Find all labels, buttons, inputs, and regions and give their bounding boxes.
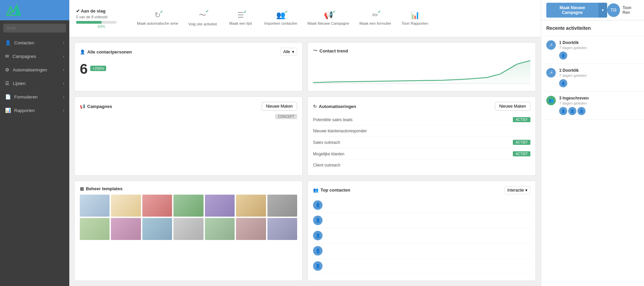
activity-item: ↗ 1 Doorklik 7 dagen geleden 👤 — [541, 64, 644, 92]
auto-list[interactable]: Potentiële sales leads ACTIEF Nieuwe kla… — [313, 114, 530, 168]
auto-row: Mogelijke klanten ACTIEF — [313, 148, 530, 160]
contacts-card: 👤 Alle contactpersonen Alle ▾ 6 +200% — [74, 42, 303, 91]
contact-row: 👤 — [313, 228, 530, 243]
concept-badge: CONCEPT — [275, 114, 297, 119]
new-campaign-dropdown-button[interactable]: ▾ — [598, 3, 607, 18]
activity-content: 1 Doorklik 7 dagen geleden 👤 — [559, 40, 639, 60]
sidebar-item-automatiseringen[interactable]: ⚙ Automatiseringen › — [0, 63, 69, 76]
mini-avatar: 👤 — [559, 51, 567, 60]
template-thumb[interactable] — [80, 218, 110, 240]
formulieren-icon: 📄 — [5, 94, 11, 100]
step-site-activiteit[interactable]: 〜✔ Volg site activiteit — [188, 10, 217, 26]
contact-avatar: 👤 — [313, 261, 323, 271]
sidebar-item-label: Lijsten — [13, 81, 26, 86]
logo-icon — [5, 3, 22, 17]
nieuwe-maken-button[interactable]: Nieuwe Maken — [262, 102, 297, 111]
templates-icon: ▦ — [80, 186, 84, 191]
activity-content: 1 Doorklik 7 dagen geleden 👤 — [559, 68, 639, 87]
template-thumb[interactable] — [205, 218, 235, 240]
step-rapport[interactable]: 📊 Toon Rapporten — [401, 11, 428, 26]
progress-title: ✔ Aan de slag — [76, 8, 127, 14]
actief-badge: ACTIEF — [513, 151, 530, 156]
right-panel: Maak Nieuwe Campagne ▾ TR Toon Ren Recen… — [541, 0, 644, 286]
sidebar-item-formulieren[interactable]: 📄 Formulieren › — [0, 90, 69, 104]
sidebar-item-contacten[interactable]: 👤 Contacten › — [0, 36, 69, 49]
template-thumb[interactable] — [236, 195, 266, 217]
template-thumb[interactable] — [142, 195, 172, 217]
template-thumb[interactable] — [173, 195, 203, 217]
step-lijst[interactable]: ☰✔ Maak een lijst — [227, 11, 254, 26]
top-contacts-header: 👥 Top contacten Interactie ▾ — [313, 186, 530, 194]
new-campaign-button[interactable]: Maak Nieuwe Campagne — [546, 3, 598, 18]
contact-avatar: 👤 — [313, 200, 323, 210]
sidebar-item-lijsten[interactable]: ☰ Lijsten › — [0, 76, 69, 90]
progress-section: ✔ Aan de slag 5 van de 8 voltooid 63% — [76, 8, 127, 28]
campagnes-card: 📢 Campagnes Nieuwe Maken CONCEPT — [74, 96, 303, 175]
actief-badge: ACTIEF — [513, 117, 530, 122]
template-thumb[interactable] — [111, 218, 141, 240]
sidebar: 👤 Contacten › ✉ Campagnes › ⚙ Automatise… — [0, 0, 69, 286]
step-import-contacten[interactable]: 👥✔ Importeer contacten — [264, 11, 297, 26]
template-thumb[interactable] — [111, 195, 141, 217]
templates-card: ▦ Beheer templates — [74, 181, 303, 281]
right-panel-header: Maak Nieuwe Campagne ▾ TR Toon Ren — [541, 0, 644, 20]
auto-header: ↻ Automatiseringen Nieuwe Maken — [313, 102, 530, 111]
topbar: ✔ Aan de slag 5 van de 8 voltooid 63% ↻✔… — [69, 0, 541, 37]
auto-row: Sales outreach ACTIEF — [313, 137, 530, 148]
template-thumb[interactable] — [80, 195, 110, 217]
contact-row: 👤 — [313, 243, 530, 259]
actief-badge: ACTIEF — [513, 140, 530, 145]
contact-avatar: 👤 — [313, 231, 323, 240]
contact-trend-card: 〜 Contact trend — [308, 42, 536, 91]
top-contacts-filter[interactable]: Interactie ▾ — [504, 186, 530, 194]
activity-avatars: 👤 👤 👤 — [559, 107, 639, 115]
chevron-icon: › — [63, 54, 64, 58]
step-formulier[interactable]: ✏✔ Maak een formulier — [359, 11, 391, 26]
chevron-icon: › — [63, 109, 64, 112]
progress-bar-background — [76, 21, 117, 24]
rapport-icon: 📊 — [410, 11, 420, 20]
sidebar-item-rapporten[interactable]: 📊 Rapporten › — [0, 104, 69, 117]
search-input[interactable] — [3, 24, 66, 32]
contacts-card-title: 👤 Alle contactpersonen — [80, 49, 132, 54]
contacten-icon: 👤 — [5, 40, 11, 45]
sidebar-item-campagnes[interactable]: ✉ Campagnes › — [0, 49, 69, 63]
contacts-card-header: 👤 Alle contactpersonen Alle ▾ — [80, 48, 297, 56]
step-auto-serie[interactable]: ↻✔ Maak automatische serie — [137, 11, 178, 26]
step-label: Volg site activiteit — [188, 22, 217, 26]
recent-activities-title: Recente activiteiten — [541, 20, 644, 36]
mini-avatar: 👤 — [568, 107, 576, 115]
contact-avatar: 👤 — [313, 246, 323, 256]
campagnes-header: 📢 Campagnes Nieuwe Maken — [80, 102, 297, 111]
contact-trend-title: 〜 Contact trend — [313, 48, 348, 54]
contact-row: 👤 — [313, 198, 530, 213]
trend-svg — [313, 57, 530, 84]
contact-trend-header: 〜 Contact trend — [313, 48, 530, 54]
activity-title: 1 Doorklik — [559, 68, 639, 73]
contacts-count: 6 — [80, 61, 88, 77]
step-label: Maak een formulier — [359, 21, 391, 26]
template-thumb[interactable] — [267, 218, 297, 240]
user-avatar-area: TR Toon Ren — [607, 3, 639, 17]
activities-list: ↗ 1 Doorklik 7 dagen geleden 👤 ↗ 1 Doork… — [541, 36, 644, 119]
contacts-filter-dropdown[interactable]: Alle ▾ — [280, 48, 297, 56]
step-label: Maak automatische serie — [137, 21, 178, 26]
progress-bar-fill — [76, 21, 102, 24]
template-thumb[interactable] — [205, 195, 235, 217]
template-thumb[interactable] — [142, 218, 172, 240]
auto-serie-icon: ↻✔ — [154, 11, 161, 20]
chevron-icon: › — [63, 68, 64, 72]
chevron-down-icon: ▾ — [292, 49, 294, 54]
auto-nieuwe-maken-button[interactable]: Nieuwe Maken — [495, 102, 530, 111]
step-nieuwe-campagne[interactable]: 📢✔ Maak Nieuwe Campagne — [308, 11, 350, 26]
template-thumb[interactable] — [267, 195, 297, 217]
template-thumb[interactable] — [173, 218, 203, 240]
content-grid: 👤 Alle contactpersonen Alle ▾ 6 +200% 〜 … — [69, 37, 541, 286]
activity-time: 7 dagen geleden — [559, 73, 639, 78]
chevron-icon: › — [63, 82, 64, 85]
template-thumb[interactable] — [236, 218, 266, 240]
main-area: ✔ Aan de slag 5 van de 8 voltooid 63% ↻✔… — [69, 0, 541, 286]
contact-avatar: 👤 — [313, 216, 323, 225]
sidebar-item-label: Campagnes — [13, 54, 36, 59]
sidebar-item-label: Rapporten — [14, 108, 35, 113]
